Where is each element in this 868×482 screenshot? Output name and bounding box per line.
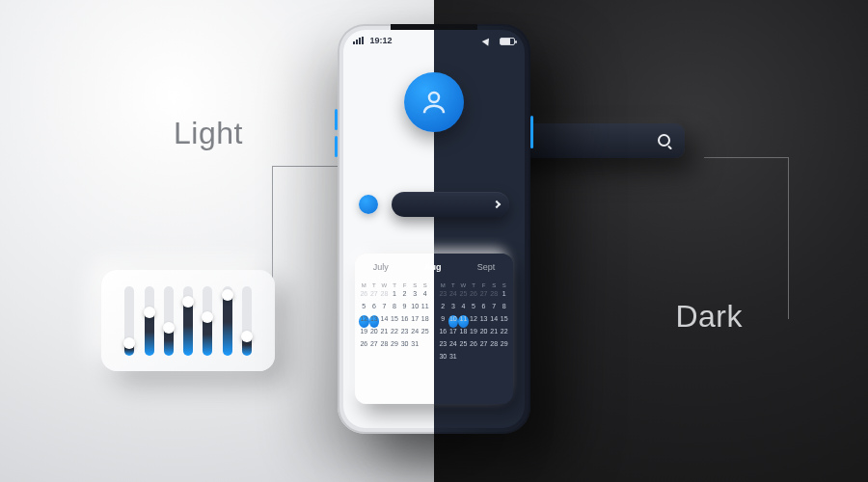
calendar-day[interactable]: 23 xyxy=(438,340,448,353)
calendar-day[interactable]: 26 xyxy=(469,340,479,353)
calendar-day[interactable]: 19 xyxy=(469,328,479,340)
theme-showcase-stage: Light Dark Search 19:12 xyxy=(0,0,868,482)
calendar-day[interactable]: 3 xyxy=(410,290,420,303)
calendar-day[interactable]: 15 xyxy=(390,315,400,328)
calendar-day[interactable]: 24 xyxy=(410,328,420,340)
calendar-day[interactable]: 25 xyxy=(458,340,469,353)
calendar-card[interactable]: July Aug Sept MTWTFSS 262728123456789101… xyxy=(355,254,513,404)
next-pill-button[interactable] xyxy=(392,192,509,217)
power-button[interactable] xyxy=(530,116,533,148)
calendar-day[interactable]: 24 xyxy=(448,340,459,353)
calendar-day[interactable]: 12 xyxy=(359,315,369,328)
connector-line-dark xyxy=(704,157,789,319)
eq-slider[interactable] xyxy=(164,286,174,356)
volume-down-button[interactable] xyxy=(335,136,338,157)
calendar-day[interactable]: 18 xyxy=(420,315,430,328)
calendar-month-dark: MTWTFSS 23242526272812345678910111213141… xyxy=(434,281,513,404)
calendar-day[interactable]: 21 xyxy=(379,328,390,340)
calendar-day[interactable]: 31 xyxy=(410,340,420,353)
eq-slider[interactable] xyxy=(203,286,212,356)
calendar-day[interactable]: 30 xyxy=(438,353,448,365)
calendar-day[interactable]: 3 xyxy=(448,303,459,315)
calendar-day[interactable]: 12 xyxy=(469,315,479,328)
search-icon[interactable] xyxy=(658,134,671,147)
equalizer-card[interactable] xyxy=(101,270,275,371)
calendar-day[interactable]: 2 xyxy=(399,290,410,303)
calendar-day[interactable]: 9 xyxy=(399,303,410,315)
calendar-day[interactable]: 11 xyxy=(420,303,430,315)
eq-slider[interactable] xyxy=(145,286,154,356)
calendar-day[interactable]: 20 xyxy=(369,328,380,340)
calendar-day[interactable]: 20 xyxy=(478,328,489,340)
volume-up-button[interactable] xyxy=(335,109,338,130)
calendar-day[interactable]: 27 xyxy=(478,340,489,353)
calendar-day[interactable]: 23 xyxy=(399,328,410,340)
calendar-day[interactable]: 8 xyxy=(390,303,400,315)
eq-slider[interactable] xyxy=(124,286,134,356)
calendar-day[interactable]: 30 xyxy=(399,340,410,353)
light-mode-label: Light xyxy=(174,116,243,151)
calendar-day[interactable]: 14 xyxy=(379,315,390,328)
calendar-day[interactable]: 29 xyxy=(499,340,509,353)
calendar-tabs: July Aug Sept xyxy=(355,254,513,281)
calendar-day[interactable]: 11 xyxy=(458,315,469,328)
svg-point-0 xyxy=(429,93,439,102)
calendar-day[interactable]: 31 xyxy=(448,353,459,365)
calendar-day[interactable]: 6 xyxy=(369,303,380,315)
calendar-day[interactable]: 22 xyxy=(390,328,400,340)
calendar-day[interactable]: 14 xyxy=(489,315,500,328)
calendar-day[interactable]: 28 xyxy=(379,340,390,353)
calendar-day[interactable]: 18 xyxy=(458,328,469,340)
calendar-day[interactable]: 1 xyxy=(499,290,509,303)
calendar-day[interactable]: 4 xyxy=(458,303,469,315)
calendar-day[interactable]: 16 xyxy=(438,328,448,340)
accent-dot-button[interactable] xyxy=(359,195,378,214)
calendar-day[interactable]: 7 xyxy=(489,303,500,315)
calendar-day[interactable]: 16 xyxy=(399,315,410,328)
calendar-day[interactable]: 22 xyxy=(499,328,509,340)
avatar[interactable] xyxy=(404,72,464,132)
connector-line-light xyxy=(272,166,339,316)
calendar-month-light: MTWTFSS 26272812345678910111213141516171… xyxy=(355,281,434,404)
eq-slider[interactable] xyxy=(223,286,232,356)
calendar-day[interactable]: 26 xyxy=(359,340,369,353)
signal-icon xyxy=(353,37,364,44)
action-row xyxy=(359,192,509,217)
calendar-day[interactable]: 17 xyxy=(448,328,459,340)
calendar-day[interactable]: 28 xyxy=(489,340,500,353)
calendar-tab-current[interactable]: Aug xyxy=(424,262,442,272)
calendar-day[interactable]: 15 xyxy=(499,315,509,328)
calendar-day[interactable]: 7 xyxy=(379,303,390,315)
calendar-day[interactable]: 10 xyxy=(448,315,459,328)
calendar-day[interactable]: 21 xyxy=(489,328,500,340)
calendar-day[interactable]: 19 xyxy=(359,328,369,340)
calendar-day[interactable]: 13 xyxy=(478,315,489,328)
status-time: 19:12 xyxy=(370,36,393,45)
calendar-day[interactable]: 1 xyxy=(390,290,400,303)
calendar-day[interactable]: 5 xyxy=(469,303,479,315)
eq-slider[interactable] xyxy=(183,286,193,356)
phone-mockup: 19:12 July Aug Sept xyxy=(338,24,530,434)
calendar-day[interactable]: 4 xyxy=(420,290,430,303)
calendar-day[interactable]: 10 xyxy=(410,303,420,315)
calendar-day[interactable]: 13 xyxy=(369,315,380,328)
calendar-day[interactable]: 5 xyxy=(359,303,369,315)
location-icon xyxy=(482,36,493,45)
calendar-day[interactable]: 25 xyxy=(420,328,430,340)
calendar-day[interactable]: 29 xyxy=(390,340,400,353)
calendar-day[interactable]: 6 xyxy=(478,303,489,315)
calendar-day[interactable]: 9 xyxy=(438,315,448,328)
calendar-day[interactable]: 2 xyxy=(438,303,448,315)
eq-slider[interactable] xyxy=(242,286,252,356)
user-icon xyxy=(420,88,448,117)
chevron-right-icon xyxy=(493,201,501,208)
calendar-tab-prev[interactable]: July xyxy=(373,262,389,272)
battery-icon xyxy=(500,38,515,45)
status-bar: 19:12 xyxy=(343,33,525,48)
phone-screen: 19:12 July Aug Sept xyxy=(343,30,525,428)
calendar-tab-next[interactable]: Sept xyxy=(477,262,496,272)
calendar-day[interactable]: 8 xyxy=(499,303,509,315)
calendar-day[interactable]: 27 xyxy=(369,340,380,353)
calendar-day[interactable]: 17 xyxy=(410,315,420,328)
